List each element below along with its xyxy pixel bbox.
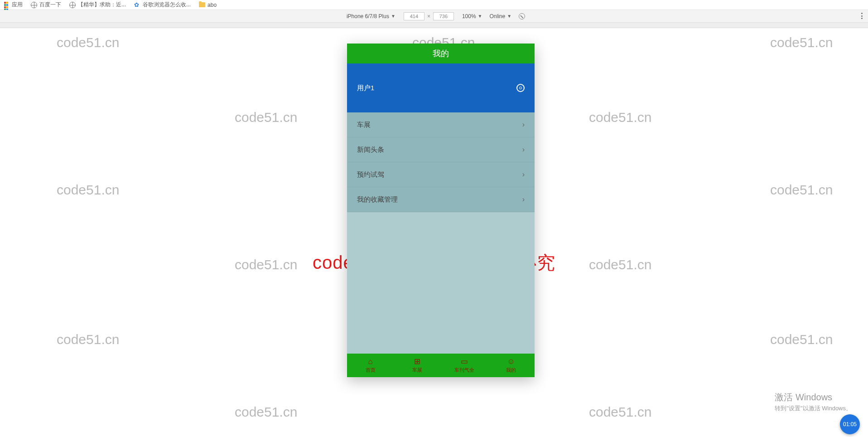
bookmark-label: 百度一下 (39, 1, 61, 9)
menu-item-label: 车展 (357, 121, 371, 129)
bookmark-item-jinghua[interactable]: 【精华】求助：近... (69, 1, 126, 9)
device-preview: 我的 用户1 车展 › 新闻头条 › 预约试驾 › 我的收藏管理 › (347, 44, 535, 377)
user-icon: ☺ (507, 358, 515, 365)
tab-label: 首页 (366, 367, 376, 374)
caret-down-icon: ▼ (507, 14, 511, 19)
tab-home[interactable]: ⌂ 首页 (347, 354, 394, 377)
recording-clock-badge[interactable]: 01:05 (840, 414, 860, 434)
chevron-right-icon: › (522, 146, 525, 154)
no-throttle-icon[interactable] (519, 13, 525, 19)
watermark: code51.cn (57, 35, 119, 50)
menu-item-carshow[interactable]: 车展 › (347, 112, 535, 137)
bookmark-label: 【精华】求助：近... (78, 1, 126, 9)
windows-activation-notice: 激活 Windows 转到"设置"以激活 Windows。 (775, 391, 852, 413)
bookmark-item-google-collect[interactable]: ✿ 谷歌浏览器怎么收... (134, 1, 191, 9)
apps-grid-icon (4, 2, 10, 8)
watermark: code51.cn (235, 110, 297, 125)
ruler-strip (0, 23, 868, 28)
watermark: code51.cn (57, 182, 119, 198)
caret-down-icon: ▼ (391, 14, 395, 19)
bookmark-item-baidu[interactable]: 百度一下 (31, 1, 61, 9)
bookmark-label: 谷歌浏览器怎么收... (143, 1, 191, 9)
menu-item-testdrive[interactable]: 预约试驾 › (347, 162, 535, 187)
chevron-right-icon: › (522, 170, 525, 179)
chevron-right-icon: › (522, 121, 525, 129)
dimensions-group: 414 × 736 (403, 12, 455, 20)
chevron-right-icon: › (522, 195, 525, 204)
caret-down-icon: ▼ (478, 14, 482, 19)
tab-label: 车展 (412, 367, 422, 374)
paw-icon: ✿ (134, 2, 140, 8)
folder-icon (199, 2, 205, 7)
watermark: code51.cn (589, 257, 651, 272)
more-menu-button[interactable] (861, 13, 863, 19)
home-icon: ⌂ (368, 358, 373, 365)
winact-line1: 激活 Windows (775, 391, 852, 403)
user-header[interactable]: 用户1 (347, 63, 535, 112)
network-select[interactable]: Online ▼ (490, 13, 512, 19)
times-icon: × (427, 13, 430, 19)
bookmark-label: abo (207, 2, 217, 8)
tab-mine[interactable]: ☺ 我的 (488, 354, 535, 377)
tab-carshow[interactable]: ⊞ 车展 (394, 354, 441, 377)
apps-label: 应用 (12, 1, 23, 9)
bookmark-item-abo[interactable]: abo (199, 2, 217, 8)
viewport: code51.cn code51.cn code51.cn code51.cn … (0, 28, 868, 437)
menu-item-news[interactable]: 新闻头条 › (347, 137, 535, 162)
tab-magazine[interactable]: ▭ 车刊气全 (441, 354, 488, 377)
menu-item-favorites[interactable]: 我的收藏管理 › (347, 187, 535, 212)
watermark: code51.cn (235, 257, 297, 272)
menu-item-label: 预约试驾 (357, 170, 384, 179)
settings-gear-icon[interactable] (516, 84, 525, 92)
clock-time: 01:05 (843, 421, 857, 427)
apps-button[interactable]: 应用 (4, 1, 23, 9)
menu-list: 车展 › 新闻头条 › 预约试驾 › 我的收藏管理 › (347, 112, 535, 212)
username-label: 用户1 (357, 84, 374, 92)
page-title: 我的 (433, 48, 449, 59)
watermark: code51.cn (589, 404, 651, 420)
globe-icon (69, 2, 76, 8)
watermark: code51.cn (770, 35, 833, 50)
devtools-device-toolbar: iPhone 6/7/8 Plus ▼ 414 × 736 100% ▼ Onl… (0, 10, 868, 23)
globe-icon (31, 2, 37, 8)
winact-line2: 转到"设置"以激活 Windows。 (775, 404, 852, 413)
tab-label: 我的 (506, 367, 516, 374)
zoom-label: 100% (462, 13, 476, 19)
menu-item-label: 我的收藏管理 (357, 195, 398, 204)
device-label: iPhone 6/7/8 Plus (347, 13, 389, 19)
card-icon: ▭ (461, 358, 468, 365)
page-title-bar: 我的 (347, 44, 535, 63)
bookmark-bar: 应用 百度一下 【精华】求助：近... ✿ 谷歌浏览器怎么收... abo (0, 0, 868, 10)
height-input[interactable]: 736 (433, 12, 454, 20)
watermark: code51.cn (235, 404, 297, 420)
menu-item-label: 新闻头条 (357, 146, 384, 154)
watermark: code51.cn (770, 182, 833, 198)
watermark: code51.cn (589, 110, 651, 125)
tab-label: 车刊气全 (454, 367, 474, 374)
grid-icon: ⊞ (414, 358, 420, 365)
watermark: code51.cn (57, 332, 119, 347)
watermark: code51.cn (770, 332, 833, 347)
network-label: Online (490, 13, 506, 19)
device-select[interactable]: iPhone 6/7/8 Plus ▼ (347, 13, 395, 19)
zoom-select[interactable]: 100% ▼ (462, 13, 482, 19)
bottom-tabbar: ⌂ 首页 ⊞ 车展 ▭ 车刊气全 ☺ 我的 (347, 354, 535, 377)
width-input[interactable]: 414 (404, 12, 424, 20)
